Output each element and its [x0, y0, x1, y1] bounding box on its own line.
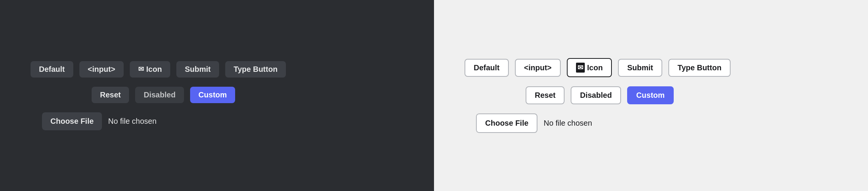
light-row-3: Choose File No file chosen	[465, 113, 592, 133]
light-choose-file-button[interactable]: Choose File	[476, 113, 537, 133]
dark-no-file-label: No file chosen	[102, 117, 156, 126]
dark-icon-button[interactable]: ✉ Icon	[130, 61, 170, 78]
light-custom-button[interactable]: Custom	[627, 86, 674, 104]
light-no-file-label: No file chosen	[537, 119, 592, 128]
light-type-button[interactable]: Type Button	[668, 59, 731, 77]
light-row-2: Reset Disabled Custom	[465, 86, 674, 104]
dark-type-button[interactable]: Type Button	[225, 61, 286, 78]
dark-choose-file-button[interactable]: Choose File	[42, 112, 102, 130]
envelope-icon-light: ✉	[576, 63, 585, 73]
dark-reset-button[interactable]: Reset	[92, 87, 129, 103]
dark-input-button[interactable]: <input>	[79, 61, 124, 78]
dark-panel: Default <input> ✉ Icon Submit Type Butto…	[0, 0, 434, 191]
dark-disabled-button: Disabled	[135, 87, 184, 103]
dark-icon-label: Icon	[146, 65, 162, 74]
light-reset-button[interactable]: Reset	[526, 86, 565, 104]
light-disabled-button: Disabled	[571, 86, 621, 104]
light-icon-label: Icon	[587, 63, 603, 72]
dark-row-2: Reset Disabled Custom	[31, 87, 235, 103]
dark-row-1: Default <input> ✉ Icon Submit Type Butto…	[31, 61, 286, 78]
light-input-button[interactable]: <input>	[515, 59, 561, 77]
light-submit-button[interactable]: Submit	[618, 59, 662, 77]
light-file-input-container[interactable]: Choose File No file chosen	[476, 113, 592, 133]
dark-custom-button[interactable]: Custom	[190, 87, 235, 103]
light-icon-button[interactable]: ✉ Icon	[567, 58, 612, 77]
envelope-icon: ✉	[138, 65, 144, 73]
dark-submit-button[interactable]: Submit	[176, 61, 219, 78]
dark-row-3: Choose File No file chosen	[31, 112, 156, 130]
light-default-button[interactable]: Default	[465, 59, 509, 77]
dark-file-input-container[interactable]: Choose File No file chosen	[42, 112, 156, 130]
light-row-1: Default <input> ✉ Icon Submit Type Butto…	[465, 58, 731, 77]
light-panel: Default <input> ✉ Icon Submit Type Butto…	[434, 0, 868, 191]
dark-default-button[interactable]: Default	[31, 61, 73, 78]
